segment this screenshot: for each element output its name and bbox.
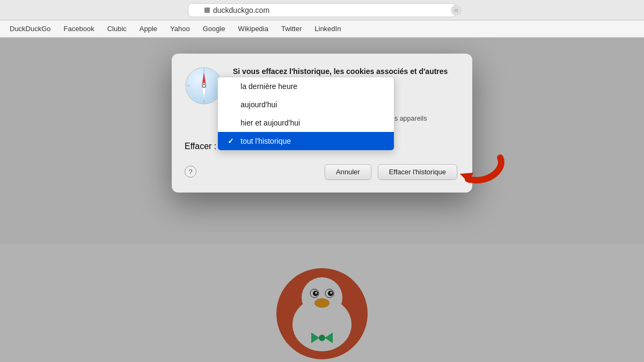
modal-footer: ? Annuler Effacer l'historique [185, 162, 457, 180]
dropdown-menu: la dernière heure aujourd'hui hier et au… [217, 77, 394, 151]
svg-point-21 [203, 85, 205, 87]
favicon-icon [204, 8, 210, 13]
bookmark-twitter[interactable]: Twitter [276, 23, 307, 35]
cancel-button[interactable]: Annuler [325, 164, 371, 180]
checkmark-all-history: ✓ [228, 137, 236, 145]
erase-label: Effacer : [185, 142, 216, 151]
bookmarks-bar: DuckDuckGo Facebook Clubic Apple Yahoo G… [0, 20, 644, 38]
reload-button[interactable]: ○ [451, 5, 462, 16]
dropdown-item-label-today: aujourd'hui [240, 100, 277, 109]
modal-overlay: Si vous effacez l'historique, les cookie… [0, 38, 644, 362]
browser-address-bar: duckduckgo.com ○ [0, 0, 644, 20]
url-bar[interactable]: duckduckgo.com [188, 3, 456, 17]
bookmark-apple[interactable]: Apple [134, 23, 163, 35]
bookmark-linkedin[interactable]: LinkedIn [309, 23, 346, 35]
erase-row: Effacer : la dernière heure aujourd'hui [185, 142, 457, 151]
dropdown-item-label-last-hour: la dernière heure [240, 82, 297, 91]
confirm-button[interactable]: Effacer l'historique [378, 164, 457, 180]
page-content: Si vous effacez l'historique, les cookie… [0, 38, 644, 362]
dropdown-item-yesterday-today[interactable]: hier et aujourd'hui [218, 114, 394, 132]
bookmark-facebook[interactable]: Facebook [58, 23, 100, 35]
bookmark-yahoo[interactable]: Yahoo [165, 23, 195, 35]
dropdown-item-all-history[interactable]: ✓ tout l'historique [218, 132, 394, 150]
dropdown-item-today[interactable]: aujourd'hui [218, 95, 394, 114]
bookmark-google[interactable]: Google [197, 23, 231, 35]
url-text: duckduckgo.com [213, 6, 269, 14]
bookmark-wikipedia[interactable]: Wikipedia [233, 23, 274, 35]
red-arrow-annotation [447, 147, 511, 190]
red-arrow-svg [447, 147, 511, 190]
dropdown-item-label-yesterday-today: hier et aujourd'hui [240, 119, 300, 127]
dropdown-item-last-hour[interactable]: la dernière heure [218, 77, 394, 95]
bookmark-duckduckgo[interactable]: DuckDuckGo [4, 23, 56, 35]
bookmark-clubic[interactable]: Clubic [102, 23, 132, 35]
checkmark-yesterday-today [228, 119, 236, 127]
dropdown-item-label-all-history: tout l'historique [240, 137, 291, 145]
clear-history-dialog: Si vous effacez l'historique, les cookie… [172, 54, 472, 193]
help-button[interactable]: ? [185, 166, 196, 178]
checkmark-last-hour [228, 82, 236, 91]
checkmark-today [228, 100, 236, 109]
